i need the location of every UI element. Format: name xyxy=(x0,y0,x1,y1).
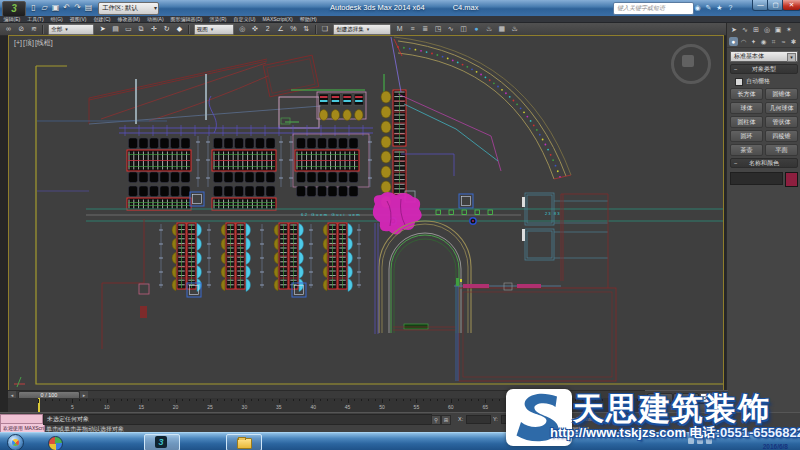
curve-editor-icon[interactable]: ∿ xyxy=(445,24,457,34)
top-viewport[interactable]: 62 Guem Guci uem23 83 [+][顶][线框] xyxy=(8,35,724,391)
menu-item-edit[interactable]: 编辑(E) xyxy=(0,16,24,22)
help-icon[interactable]: ? xyxy=(725,3,736,13)
shapes-category[interactable]: ◠ xyxy=(739,37,748,46)
save-file-icon[interactable]: ▣ xyxy=(50,2,61,13)
cameras-category[interactable]: ◉ xyxy=(759,37,768,46)
window-crossing-toggle-icon[interactable]: ⧉ xyxy=(135,24,147,34)
lights-category[interactable]: ✦ xyxy=(749,37,758,46)
named-selection-combo[interactable]: 创建选择集▾ xyxy=(333,24,391,35)
use-pivot-point-center-icon[interactable]: ◎ xyxy=(236,24,248,34)
menu-item-group[interactable]: 组(G) xyxy=(47,16,66,22)
geometry-category[interactable]: ● xyxy=(729,37,738,46)
application-menu-button[interactable]: 3 xyxy=(2,1,26,17)
select-and-rotate-icon[interactable]: ↻ xyxy=(161,24,173,34)
create-tab[interactable]: ➤ xyxy=(729,25,739,35)
start-button[interactable] xyxy=(7,434,24,450)
select-and-scale-icon[interactable]: ◆ xyxy=(173,24,185,34)
project-folder-icon[interactable]: ▤ xyxy=(83,2,94,13)
select-and-link-icon[interactable]: ∞ xyxy=(2,24,14,34)
systems-category[interactable]: ✱ xyxy=(789,37,798,46)
menu-item-animation[interactable]: 动画(A) xyxy=(143,16,167,22)
object-type-rollout-header[interactable]: − 对象类型 xyxy=(730,64,798,74)
open-file-icon[interactable]: ▱ xyxy=(39,2,50,13)
display-tab[interactable]: ▣ xyxy=(773,25,783,35)
viewport-view-label[interactable]: [顶] xyxy=(23,39,34,46)
unlink-selection-icon[interactable]: ⊘ xyxy=(15,24,27,34)
coord-x-field[interactable] xyxy=(466,415,491,424)
menu-item-tools[interactable]: 工具(T) xyxy=(24,16,47,22)
workspace-dropdown[interactable]: 工作区: 默认 ▾ xyxy=(98,2,159,15)
name-color-rollout-header[interactable]: − 名称和颜色 xyxy=(730,158,798,168)
layer-manager-icon[interactable]: ≣ xyxy=(419,24,431,34)
object-name-input[interactable] xyxy=(730,172,783,185)
autogrid-checkbox[interactable] xyxy=(735,78,743,86)
motion-tab[interactable]: ◎ xyxy=(762,25,772,35)
primitive-button-球体[interactable]: 球体 xyxy=(730,102,763,114)
reference-coordinate-combo[interactable]: 视图▾ xyxy=(194,24,234,35)
taskbar-app-icon[interactable] xyxy=(48,436,63,450)
edit-named-selection-sets-icon[interactable]: ❏ xyxy=(319,24,331,34)
percent-snap-toggle-icon[interactable]: % xyxy=(287,24,299,34)
primitive-button-圆锥体[interactable]: 圆锥体 xyxy=(765,88,798,100)
favorites-icon[interactable]: ★ xyxy=(714,3,725,13)
current-frame-field[interactable]: 0 xyxy=(700,393,726,403)
menu-item-maxscript[interactable]: MAXScript(X) xyxy=(259,16,296,22)
viewcube[interactable] xyxy=(671,44,711,84)
rendered-frame-window-icon[interactable]: ▦ xyxy=(496,24,508,34)
menu-item-create[interactable]: 创建(C) xyxy=(90,16,114,22)
object-color-swatch[interactable] xyxy=(785,172,798,187)
snaps-toggle-25-icon[interactable]: 2 xyxy=(262,24,274,34)
select-by-name-icon[interactable]: ▤ xyxy=(110,24,122,34)
primitive-button-圆环[interactable]: 圆环 xyxy=(730,130,763,142)
menu-item-views[interactable]: 视图(V) xyxy=(66,16,90,22)
primitive-button-长方体[interactable]: 长方体 xyxy=(730,88,763,100)
menu-item-help[interactable]: 帮助(H) xyxy=(296,16,320,22)
communication-center-icon[interactable]: ✎ xyxy=(703,3,714,13)
selection-lock-toggle[interactable]: ⚲ xyxy=(431,415,441,425)
infocenter-search-input[interactable]: 键入关键字或短语 xyxy=(613,2,694,15)
select-object-icon[interactable]: ➤ xyxy=(97,24,109,34)
helpers-category[interactable]: ⌗ xyxy=(769,37,778,46)
graphite-ribbon-icon[interactable]: ◳ xyxy=(432,24,444,34)
space-warps-category[interactable]: ≈ xyxy=(779,37,788,46)
tray-icon[interactable] xyxy=(697,438,703,444)
viewport-menu-toggle[interactable]: [+] xyxy=(14,39,22,46)
rectangular-selection-region-icon[interactable]: ▭ xyxy=(122,24,134,34)
bind-to-space-warp-icon[interactable]: ≋ xyxy=(28,24,40,34)
modify-tab[interactable]: ∿ xyxy=(740,25,750,35)
schematic-view-icon[interactable]: ◫ xyxy=(458,24,470,34)
search-icon[interactable]: ◉ xyxy=(692,3,703,13)
taskbar-folder-button[interactable] xyxy=(226,434,262,450)
primitive-button-四棱锥[interactable]: 四棱锥 xyxy=(765,130,798,142)
menu-item-modifiers[interactable]: 修改器(M) xyxy=(114,16,144,22)
primitive-type-dropdown[interactable]: 标准基本体 ▾ xyxy=(730,51,798,62)
spinner-snap-toggle-icon[interactable]: ⇅ xyxy=(300,24,312,34)
close-button[interactable]: ✕ xyxy=(782,0,800,11)
new-scene-icon[interactable]: ▯ xyxy=(28,2,39,13)
hierarchy-tab[interactable]: ⊞ xyxy=(751,25,761,35)
menu-item-customize[interactable]: 自定义(U) xyxy=(230,16,259,22)
render-setup-icon[interactable]: ♨ xyxy=(483,24,495,34)
coord-y-field[interactable] xyxy=(501,415,526,424)
selection-filter-combo[interactable]: 全部▾ xyxy=(48,24,94,35)
render-production-icon[interactable]: ♨ xyxy=(509,24,521,34)
select-and-move-icon[interactable]: ✛ xyxy=(148,24,160,34)
coord-z-field[interactable] xyxy=(536,415,561,424)
select-and-manipulate-icon[interactable]: ✜ xyxy=(249,24,261,34)
undo-icon[interactable]: ↶ xyxy=(61,2,72,13)
tray-icon[interactable] xyxy=(688,438,694,444)
primitive-button-茶壶[interactable]: 茶壶 xyxy=(730,144,763,156)
track-bar[interactable]: 510152025303540455055606570758085 xyxy=(8,398,645,413)
align-icon[interactable]: ≡ xyxy=(406,24,418,34)
angle-snap-toggle-icon[interactable]: ∠ xyxy=(275,24,287,34)
primitive-button-平面[interactable]: 平面 xyxy=(765,144,798,156)
viewport-shading-label[interactable]: [线框] xyxy=(35,39,53,46)
mirror-icon[interactable]: M xyxy=(394,24,406,34)
material-editor-icon[interactable]: ● xyxy=(470,24,482,34)
key-controls[interactable] xyxy=(673,393,699,403)
redo-icon[interactable]: ↷ xyxy=(72,2,83,13)
primitive-button-几何球体[interactable]: 几何球体 xyxy=(765,102,798,114)
primitive-button-管状体[interactable]: 管状体 xyxy=(765,116,798,128)
primitive-button-圆柱体[interactable]: 圆柱体 xyxy=(730,116,763,128)
utilities-tab[interactable]: ✶ xyxy=(784,25,794,35)
